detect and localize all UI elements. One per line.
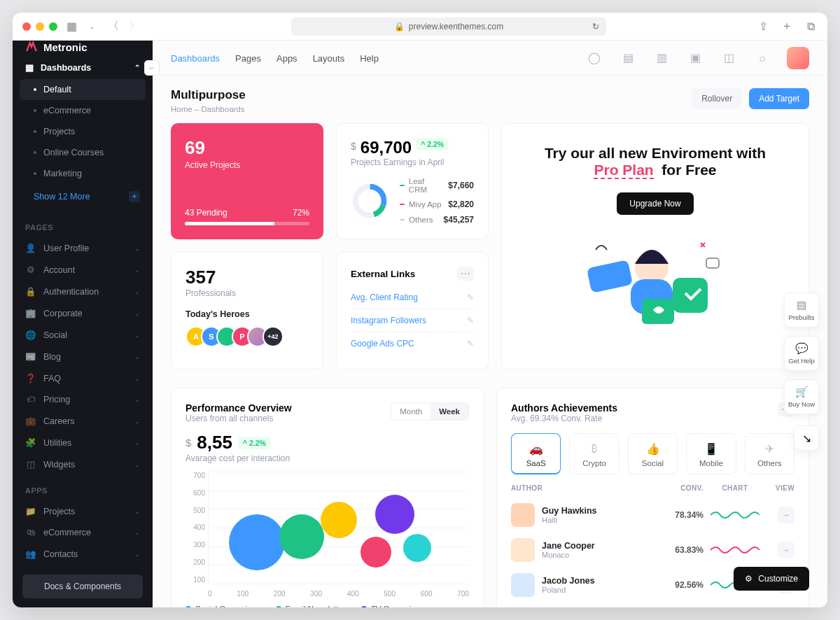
floating-actions: ▤Prebuilts 💬Get Help 🛒Buy Now ↘ [784, 293, 819, 451]
author-row: Cody FishersMexico63.08%→ [511, 603, 794, 607]
sidebar-item-widgets[interactable]: ◫Widgets⌄ [13, 453, 153, 475]
card-active-projects: 69 Active Projects 43 Pending72% [171, 123, 323, 239]
sidebar-collapse[interactable]: ← [144, 60, 160, 76]
url: preview.keenthemes.com [409, 22, 503, 31]
reload-icon[interactable]: ↻ [592, 22, 599, 31]
card-external-links: External Links ⋯ Avg. Client Rating✎Inst… [336, 252, 489, 369]
more-icon[interactable]: ⋯ [457, 267, 474, 281]
upgrade-button[interactable]: Upgrade Now [617, 192, 693, 215]
sidebar-item-ecommerce[interactable]: eCommerce [13, 100, 153, 121]
author-tab-mobile[interactable]: 📱Mobile [686, 433, 736, 474]
sidebar-item-corporate[interactable]: 🏢Corporate⌄ [13, 302, 153, 324]
sidebar-item-projects[interactable]: 📁Projects⌄ [13, 500, 153, 522]
view-author[interactable]: → [778, 542, 794, 558]
new-tab-icon[interactable]: ＋ [780, 21, 794, 32]
progress-bar [185, 222, 309, 225]
add-target-button[interactable]: Add Target [749, 88, 809, 109]
maximize-window[interactable] [49, 22, 57, 31]
sidebar-item-marketing[interactable]: Marketing [13, 163, 153, 184]
user-avatar[interactable] [787, 47, 809, 69]
author-row: Guy HawkinsHaiti78.34%→ [511, 498, 794, 533]
breadcrumb: Home – Dashboards [171, 105, 246, 113]
chevron-up-icon: ⌃ [134, 64, 140, 71]
svg-rect-4 [673, 278, 708, 313]
sidebar-toggle-icon[interactable]: ▦ [64, 21, 78, 32]
grid-icon: ▦ [25, 62, 34, 73]
notification-icon[interactable]: ▣ [686, 49, 704, 67]
apps-icon[interactable]: ◫ [720, 49, 738, 67]
customize-button[interactable]: ⚙ Customize [734, 567, 809, 591]
section-apps: APPS [13, 475, 153, 500]
topnav-dashboards[interactable]: Dashboards [171, 53, 220, 64]
sidebar-item-contacts[interactable]: 👥Contacts⌄ [13, 543, 153, 565]
sidebar-item-careers[interactable]: 💼Careers⌄ [13, 410, 153, 432]
card-performance: Performance Overview Users from all chan… [171, 388, 484, 607]
topnav-apps[interactable]: Apps [276, 53, 298, 64]
sidebar-item-online-courses[interactable]: Online Courses [13, 142, 153, 163]
get-help-button[interactable]: 💬Get Help [784, 336, 819, 371]
traffic-lights [22, 22, 57, 31]
topnav-layouts[interactable]: Layouts [313, 53, 345, 64]
sidebar-item-projects[interactable]: Projects [13, 121, 153, 142]
sidebar-item-account[interactable]: ⚙Account⌄ [13, 259, 153, 281]
card-professionals: 357 Professionals Today's Heroes A S P +… [171, 252, 323, 369]
sidebar-item-social[interactable]: 🌐Social⌄ [13, 324, 153, 346]
theme-icon[interactable]: ☼ [753, 49, 771, 67]
close-window[interactable] [22, 22, 31, 31]
rollover-button[interactable]: Rollover [692, 88, 742, 109]
author-tab-crypto[interactable]: ₿Crypto [569, 433, 619, 474]
topnav-help[interactable]: Help [360, 53, 379, 64]
sidebar-item-utilities[interactable]: 🧩Utilities⌄ [13, 432, 153, 453]
sidebar-item-default[interactable]: Default [20, 79, 146, 100]
minimize-window[interactable] [36, 22, 44, 31]
address-bar[interactable]: 🔒 preview.keenthemes.com ↻ [291, 17, 606, 36]
chat-icon[interactable]: ▥ [652, 49, 671, 67]
external-icon: ✎ [467, 316, 474, 325]
svg-rect-3 [587, 260, 633, 293]
author-tab-saas[interactable]: 🚗SaaS [511, 433, 561, 474]
heroes-avatars: A S P +42 [186, 326, 309, 347]
sidebar-item-blog[interactable]: 📰Blog⌄ [13, 346, 153, 367]
brand-logo[interactable]: Metronic [13, 41, 153, 53]
sidebar-item-ecommerce[interactable]: 🛍eCommerce⌄ [13, 522, 153, 543]
browser-titlebar: ▦ ⌄ 〈 〉 🔒 preview.keenthemes.com ↻ ⇪ ＋ ⧉ [13, 13, 827, 41]
search-icon[interactable]: ◯ [585, 49, 603, 67]
view-author[interactable]: → [778, 507, 794, 523]
docs-button[interactable]: Docs & Components [22, 575, 143, 598]
sidebar: Metronic ▦ Dashboards ⌃ DefaulteCommerce… [13, 41, 153, 607]
sidebar-item-user-profile[interactable]: 👤User Profile⌄ [13, 237, 153, 259]
period-tabs: Month Week [391, 402, 469, 421]
bubble-chart: 700600500400300200100 010020030040050060… [186, 472, 469, 598]
tab-week[interactable]: Week [430, 403, 468, 420]
share-icon[interactable]: ⇪ [756, 21, 770, 32]
back-icon[interactable]: 〈 [106, 21, 120, 32]
topnav-pages[interactable]: Pages [235, 53, 261, 64]
plus-icon: + [129, 191, 140, 202]
author-row: Jane CooperMonaco63.83%→ [511, 533, 794, 568]
scroll-indicator[interactable]: ↘ [794, 425, 819, 451]
external-link[interactable]: Instagram Followers✎ [351, 309, 474, 332]
main-content: DashboardsPagesAppsLayoutsHelp ◯ ▤ ▥ ▣ ◫… [153, 41, 827, 607]
sidebar-item-authentication[interactable]: 🔒Authentication⌄ [13, 281, 153, 302]
tab-month[interactable]: Month [391, 403, 430, 420]
prebuilts-button[interactable]: ▤Prebuilts [784, 293, 819, 327]
author-tab-social[interactable]: 👍Social [628, 433, 678, 474]
sidebar-item-faq[interactable]: ❓FAQ⌄ [13, 367, 153, 389]
pro-plan-text: Pro Plan [594, 162, 653, 179]
card-hero: Try our all new Enviroment with Pro Plan… [501, 123, 809, 369]
forward-icon[interactable]: 〉 [127, 21, 141, 32]
sidebar-item-pricing[interactable]: 🏷Pricing⌄ [13, 389, 153, 410]
tabs-icon[interactable]: ⧉ [804, 21, 818, 32]
chevron-down-small-icon[interactable]: ⌄ [85, 21, 99, 32]
external-icon: ✎ [467, 339, 474, 348]
buy-now-button[interactable]: 🛒Buy Now [784, 379, 819, 414]
activity-icon[interactable]: ▤ [619, 49, 637, 67]
crumb-home[interactable]: Home [171, 105, 192, 113]
external-icon: ✎ [467, 293, 474, 302]
page-title: Multipurpose [171, 88, 246, 102]
earnings-donut [351, 182, 388, 220]
external-link[interactable]: Google Ads CPC✎ [351, 332, 474, 355]
nav-dashboards[interactable]: ▦ Dashboards ⌃ [13, 56, 153, 79]
show-more[interactable]: Show 12 More + [13, 184, 153, 209]
external-link[interactable]: Avg. Client Rating✎ [351, 286, 474, 309]
